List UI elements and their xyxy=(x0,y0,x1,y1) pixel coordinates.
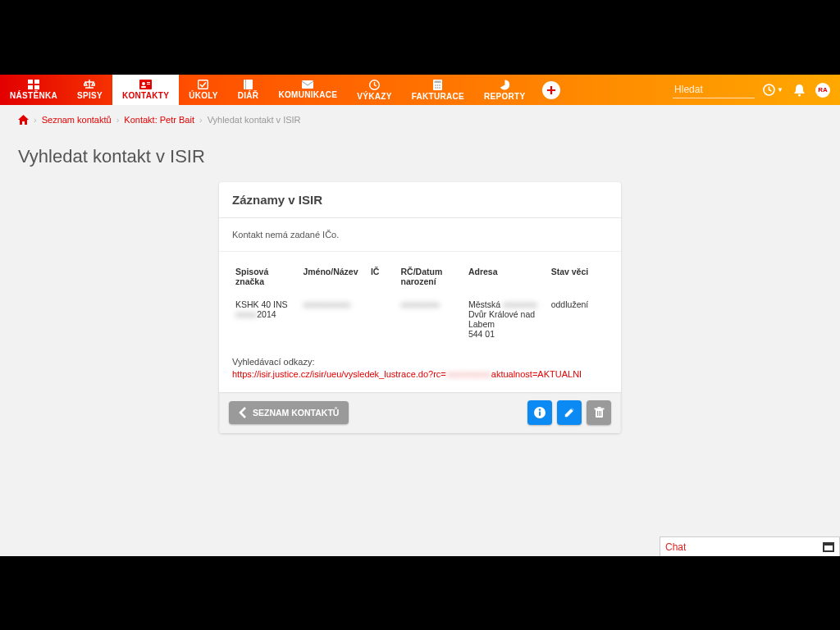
breadcrumb-link[interactable]: Seznam kontaktů xyxy=(42,115,112,125)
window-icon xyxy=(823,542,834,552)
svg-rect-7 xyxy=(147,82,150,83)
back-label: SEZNAM KONTAKTŮ xyxy=(253,408,339,418)
cell-adresa: Městská xxxxxxxx Dvůr Králové nad Labem … xyxy=(465,294,548,344)
svg-rect-8 xyxy=(147,84,150,84)
chat-widget[interactable]: Chat xyxy=(660,536,840,556)
svg-point-17 xyxy=(437,84,439,86)
svg-rect-30 xyxy=(597,411,598,416)
search-input[interactable] xyxy=(673,81,755,98)
pencil-icon xyxy=(564,407,575,418)
user-avatar[interactable]: RA xyxy=(815,83,830,98)
nav-label: REPORTY xyxy=(484,92,525,101)
svg-point-23 xyxy=(798,94,801,96)
chat-label: Chat xyxy=(665,541,823,553)
search-box xyxy=(673,81,755,98)
add-button[interactable] xyxy=(542,81,560,99)
svg-rect-0 xyxy=(28,80,33,84)
col-adresa: Adresa xyxy=(465,263,548,294)
cell-jmeno: xxxxxxxxxxx xyxy=(299,294,367,344)
table-row: KSHK 40 INS xxxxx2014 xxxxxxxxxxx xxxxxx… xyxy=(232,294,608,344)
col-rc-datum: RČ/Datum narození xyxy=(398,263,465,294)
chevron-left-icon xyxy=(239,407,246,418)
nav-spisy[interactable]: SPISY xyxy=(67,75,112,105)
svg-point-21 xyxy=(439,87,441,89)
delete-button[interactable] xyxy=(587,400,611,425)
trash-icon xyxy=(594,407,605,418)
svg-rect-15 xyxy=(435,80,441,83)
nav-label: ÚKOLY xyxy=(189,91,218,100)
breadcrumb: › Seznam kontaktů › Kontakt: Petr Bait ›… xyxy=(0,105,840,135)
svg-point-16 xyxy=(435,84,436,86)
svg-rect-31 xyxy=(599,411,600,416)
svg-rect-1 xyxy=(34,80,39,84)
svg-point-20 xyxy=(437,87,439,89)
svg-rect-28 xyxy=(594,409,604,410)
breadcrumb-link[interactable]: Kontakt: Petr Bait xyxy=(124,115,194,125)
svg-rect-2 xyxy=(28,85,33,89)
links-label: Vyhledávací odkazy: xyxy=(232,357,608,367)
home-icon[interactable] xyxy=(18,115,29,125)
nav-ukoly[interactable]: ÚKOLY xyxy=(179,75,228,105)
nav-label: KOMUNIKACE xyxy=(278,90,337,99)
nav-label: SPISY xyxy=(77,91,103,100)
book-icon xyxy=(244,80,253,89)
nav-label: NÁSTĚNKA xyxy=(10,91,57,100)
cell-ic xyxy=(368,294,398,344)
svg-rect-9 xyxy=(199,80,208,89)
svg-rect-10 xyxy=(244,80,253,89)
cell-spisova-znacka: KSHK 40 INS xxxxx2014 xyxy=(232,294,299,344)
back-to-contacts-button[interactable]: SEZNAM KONTAKTŮ xyxy=(229,401,349,424)
col-spisova-znacka: Spisová značka xyxy=(232,263,299,294)
svg-rect-12 xyxy=(302,80,313,89)
svg-point-18 xyxy=(439,84,441,86)
edit-button[interactable] xyxy=(557,400,582,425)
cell-rc: xxxxxxxxx xyxy=(398,294,465,344)
nav-vykazy[interactable]: VÝKAZY xyxy=(347,75,401,105)
nav-komunikace[interactable]: KOMUNIKACE xyxy=(268,75,347,105)
svg-rect-29 xyxy=(597,407,600,409)
scales-icon xyxy=(84,80,95,89)
pie-chart-icon xyxy=(500,80,510,90)
info-button[interactable] xyxy=(527,400,552,425)
mail-icon xyxy=(302,80,313,89)
nav-fakturace[interactable]: FAKTURACE xyxy=(402,75,474,105)
calculator-icon xyxy=(433,80,442,90)
col-stav-veci: Stav věci xyxy=(548,263,608,294)
svg-rect-32 xyxy=(600,411,601,416)
card-note: Kontakt nemá zadané IČo. xyxy=(219,218,621,252)
col-jmeno-nazev: Jméno/Název xyxy=(299,263,367,294)
card-header: Záznamy v ISIR xyxy=(219,182,621,218)
top-navbar: NÁSTĚNKA SPISY KONTAKTY ÚKOLY xyxy=(0,75,840,105)
nav-label: VÝKAZY xyxy=(357,92,391,101)
breadcrumb-current: Vyhledat kontakt v ISIR xyxy=(208,115,301,125)
svg-point-25 xyxy=(539,409,541,410)
info-icon xyxy=(534,407,546,418)
nav-reporty[interactable]: REPORTY xyxy=(474,75,535,105)
nav-label: DIÁŘ xyxy=(238,91,259,100)
svg-point-19 xyxy=(435,87,436,89)
svg-rect-11 xyxy=(245,80,246,89)
svg-rect-6 xyxy=(141,86,146,88)
check-square-icon xyxy=(198,80,208,89)
col-ic: IČ xyxy=(368,263,398,294)
cell-stav: oddlužení xyxy=(548,294,608,344)
nav-dashboard[interactable]: NÁSTĚNKA xyxy=(0,75,67,105)
lustrace-link[interactable]: https://isir.justice.cz/isir/ueu/vyslede… xyxy=(232,369,608,379)
isir-card: Záznamy v ISIR Kontakt nemá zadané IČo. … xyxy=(219,182,621,433)
svg-rect-26 xyxy=(539,412,541,417)
dashboard-icon xyxy=(28,80,39,89)
page-title: Vyhledat kontakt v ISIR xyxy=(0,135,840,182)
nav-label: FAKTURACE xyxy=(412,92,464,101)
nav-diar[interactable]: DIÁŘ xyxy=(228,75,269,105)
contact-card-icon xyxy=(139,80,152,89)
chevron-down-icon: ▼ xyxy=(777,86,783,94)
results-table: Spisová značka Jméno/Název IČ RČ/Datum n… xyxy=(232,263,608,344)
nav-kontakty[interactable]: KONTAKTY xyxy=(112,75,179,105)
notifications-icon[interactable] xyxy=(793,84,806,97)
svg-rect-3 xyxy=(34,85,39,89)
card-footer: SEZNAM KONTAKTŮ xyxy=(219,392,621,433)
clock-icon xyxy=(369,80,380,90)
nav-label: KONTAKTY xyxy=(122,91,169,100)
svg-point-5 xyxy=(142,82,145,85)
clock-dropdown[interactable]: ▼ xyxy=(763,84,783,96)
